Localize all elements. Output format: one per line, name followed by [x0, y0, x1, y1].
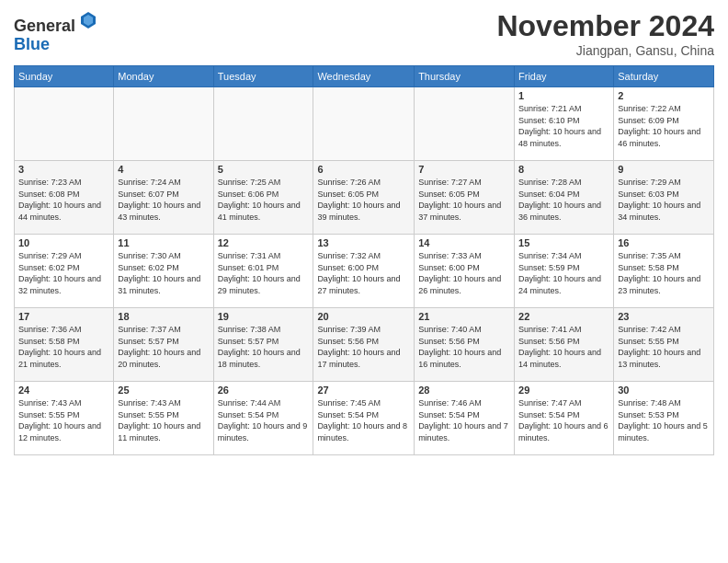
calendar-table: Sunday Monday Tuesday Wednesday Thursday…	[14, 65, 714, 455]
day-cell-3-3: 20Sunrise: 7:39 AM Sunset: 5:56 PM Dayli…	[313, 308, 415, 382]
day-info-6: Sunrise: 7:26 AM Sunset: 6:05 PM Dayligh…	[317, 177, 410, 223]
day-number-6: 6	[317, 164, 410, 175]
week-row-0: 1Sunrise: 7:21 AM Sunset: 6:10 PM Daylig…	[15, 87, 714, 161]
day-info-14: Sunrise: 7:33 AM Sunset: 6:00 PM Dayligh…	[418, 250, 510, 296]
day-cell-2-0: 10Sunrise: 7:29 AM Sunset: 6:02 PM Dayli…	[15, 235, 114, 308]
day-info-24: Sunrise: 7:43 AM Sunset: 5:55 PM Dayligh…	[18, 397, 109, 443]
day-cell-1-6: 9Sunrise: 7:29 AM Sunset: 6:03 PM Daylig…	[614, 161, 714, 235]
day-cell-2-1: 11Sunrise: 7:30 AM Sunset: 6:02 PM Dayli…	[114, 235, 213, 308]
day-cell-0-0	[15, 87, 114, 161]
week-row-4: 24Sunrise: 7:43 AM Sunset: 5:55 PM Dayli…	[15, 382, 714, 455]
day-info-15: Sunrise: 7:34 AM Sunset: 5:59 PM Dayligh…	[518, 250, 609, 296]
day-number-14: 14	[418, 237, 510, 248]
day-info-17: Sunrise: 7:36 AM Sunset: 5:58 PM Dayligh…	[18, 324, 109, 370]
day-cell-2-3: 13Sunrise: 7:32 AM Sunset: 6:00 PM Dayli…	[313, 235, 415, 308]
day-cell-4-2: 26Sunrise: 7:44 AM Sunset: 5:54 PM Dayli…	[213, 382, 313, 455]
day-cell-3-5: 22Sunrise: 7:41 AM Sunset: 5:56 PM Dayli…	[515, 308, 614, 382]
day-info-3: Sunrise: 7:23 AM Sunset: 6:08 PM Dayligh…	[18, 177, 109, 223]
location: Jiangpan, Gansu, China	[496, 43, 714, 58]
day-number-1: 1	[518, 90, 609, 101]
header-saturday: Saturday	[614, 66, 714, 87]
day-number-26: 26	[218, 385, 310, 396]
logo-text: General Blue	[14, 9, 99, 54]
day-info-12: Sunrise: 7:31 AM Sunset: 6:01 PM Dayligh…	[218, 250, 310, 296]
day-info-10: Sunrise: 7:29 AM Sunset: 6:02 PM Dayligh…	[18, 250, 109, 296]
day-number-29: 29	[518, 385, 609, 396]
day-info-22: Sunrise: 7:41 AM Sunset: 5:56 PM Dayligh…	[518, 324, 609, 370]
day-info-18: Sunrise: 7:37 AM Sunset: 5:57 PM Dayligh…	[118, 324, 209, 370]
day-cell-4-4: 28Sunrise: 7:46 AM Sunset: 5:54 PM Dayli…	[415, 382, 515, 455]
header-thursday: Thursday	[415, 66, 515, 87]
day-cell-0-1	[114, 87, 213, 161]
day-number-7: 7	[418, 164, 510, 175]
logo-icon	[77, 9, 99, 31]
day-cell-1-1: 4Sunrise: 7:24 AM Sunset: 6:07 PM Daylig…	[114, 161, 213, 235]
weekday-header-row: Sunday Monday Tuesday Wednesday Thursday…	[15, 66, 714, 87]
day-number-27: 27	[317, 385, 410, 396]
day-info-1: Sunrise: 7:21 AM Sunset: 6:10 PM Dayligh…	[518, 103, 609, 149]
day-cell-0-6: 2Sunrise: 7:22 AM Sunset: 6:09 PM Daylig…	[614, 87, 714, 161]
day-cell-1-4: 7Sunrise: 7:27 AM Sunset: 6:05 PM Daylig…	[415, 161, 515, 235]
day-number-30: 30	[618, 385, 710, 396]
day-number-16: 16	[618, 237, 710, 248]
day-info-13: Sunrise: 7:32 AM Sunset: 6:00 PM Dayligh…	[317, 250, 410, 296]
header-wednesday: Wednesday	[313, 66, 415, 87]
day-cell-2-4: 14Sunrise: 7:33 AM Sunset: 6:00 PM Dayli…	[415, 235, 515, 308]
day-number-9: 9	[618, 164, 710, 175]
day-number-4: 4	[118, 164, 209, 175]
day-number-15: 15	[518, 237, 609, 248]
day-number-12: 12	[218, 237, 310, 248]
logo-general: General	[14, 17, 75, 35]
calendar-header: Sunday Monday Tuesday Wednesday Thursday…	[15, 66, 714, 87]
day-number-13: 13	[317, 237, 410, 248]
day-info-20: Sunrise: 7:39 AM Sunset: 5:56 PM Dayligh…	[317, 324, 410, 370]
day-cell-1-5: 8Sunrise: 7:28 AM Sunset: 6:04 PM Daylig…	[515, 161, 614, 235]
week-row-1: 3Sunrise: 7:23 AM Sunset: 6:08 PM Daylig…	[15, 161, 714, 235]
day-cell-0-4	[415, 87, 515, 161]
day-number-28: 28	[418, 385, 510, 396]
day-info-27: Sunrise: 7:45 AM Sunset: 5:54 PM Dayligh…	[317, 397, 410, 443]
day-cell-1-2: 5Sunrise: 7:25 AM Sunset: 6:06 PM Daylig…	[213, 161, 313, 235]
day-info-4: Sunrise: 7:24 AM Sunset: 6:07 PM Dayligh…	[118, 177, 209, 223]
day-number-22: 22	[518, 311, 609, 322]
day-cell-3-4: 21Sunrise: 7:40 AM Sunset: 5:56 PM Dayli…	[415, 308, 515, 382]
day-number-17: 17	[18, 311, 109, 322]
day-cell-2-6: 16Sunrise: 7:35 AM Sunset: 5:58 PM Dayli…	[614, 235, 714, 308]
month-title: November 2024	[496, 9, 714, 43]
day-number-19: 19	[218, 311, 310, 322]
page-container: General Blue November 2024 Jiangpan, Gan…	[0, 0, 728, 465]
week-row-3: 17Sunrise: 7:36 AM Sunset: 5:58 PM Dayli…	[15, 308, 714, 382]
day-info-5: Sunrise: 7:25 AM Sunset: 6:06 PM Dayligh…	[218, 177, 310, 223]
header-monday: Monday	[114, 66, 213, 87]
header: General Blue November 2024 Jiangpan, Gan…	[14, 9, 714, 58]
day-cell-4-3: 27Sunrise: 7:45 AM Sunset: 5:54 PM Dayli…	[313, 382, 415, 455]
logo: General Blue	[14, 9, 99, 54]
day-cell-2-2: 12Sunrise: 7:31 AM Sunset: 6:01 PM Dayli…	[213, 235, 313, 308]
day-number-10: 10	[18, 237, 109, 248]
day-cell-2-5: 15Sunrise: 7:34 AM Sunset: 5:59 PM Dayli…	[515, 235, 614, 308]
day-cell-3-1: 18Sunrise: 7:37 AM Sunset: 5:57 PM Dayli…	[114, 308, 213, 382]
day-number-20: 20	[317, 311, 410, 322]
day-cell-4-0: 24Sunrise: 7:43 AM Sunset: 5:55 PM Dayli…	[15, 382, 114, 455]
day-info-2: Sunrise: 7:22 AM Sunset: 6:09 PM Dayligh…	[618, 103, 710, 149]
day-number-23: 23	[618, 311, 710, 322]
day-cell-4-5: 29Sunrise: 7:47 AM Sunset: 5:54 PM Dayli…	[515, 382, 614, 455]
day-cell-3-6: 23Sunrise: 7:42 AM Sunset: 5:55 PM Dayli…	[614, 308, 714, 382]
day-cell-0-3	[313, 87, 415, 161]
day-info-11: Sunrise: 7:30 AM Sunset: 6:02 PM Dayligh…	[118, 250, 209, 296]
day-info-26: Sunrise: 7:44 AM Sunset: 5:54 PM Dayligh…	[218, 397, 310, 443]
day-info-28: Sunrise: 7:46 AM Sunset: 5:54 PM Dayligh…	[418, 397, 510, 443]
day-info-30: Sunrise: 7:48 AM Sunset: 5:53 PM Dayligh…	[618, 397, 710, 443]
logo-blue: Blue	[14, 35, 50, 53]
day-info-19: Sunrise: 7:38 AM Sunset: 5:57 PM Dayligh…	[218, 324, 310, 370]
day-cell-4-1: 25Sunrise: 7:43 AM Sunset: 5:55 PM Dayli…	[114, 382, 213, 455]
day-info-23: Sunrise: 7:42 AM Sunset: 5:55 PM Dayligh…	[618, 324, 710, 370]
day-number-24: 24	[18, 385, 109, 396]
day-info-29: Sunrise: 7:47 AM Sunset: 5:54 PM Dayligh…	[518, 397, 609, 443]
day-number-18: 18	[118, 311, 209, 322]
header-friday: Friday	[515, 66, 614, 87]
day-number-2: 2	[618, 90, 710, 101]
header-sunday: Sunday	[15, 66, 114, 87]
day-cell-1-3: 6Sunrise: 7:26 AM Sunset: 6:05 PM Daylig…	[313, 161, 415, 235]
day-cell-0-2	[213, 87, 313, 161]
